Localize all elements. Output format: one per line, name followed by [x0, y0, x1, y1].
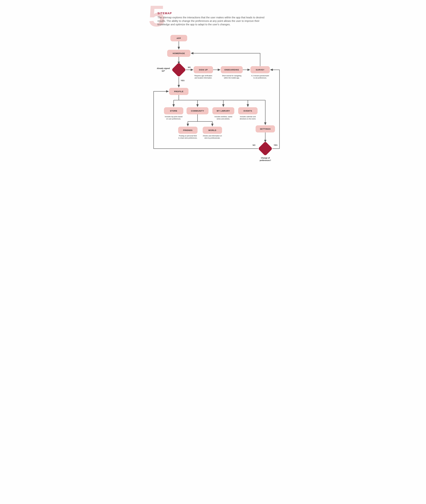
node-survey: SURVEY — [250, 66, 270, 73]
node-friends: FRIENDS — [178, 127, 198, 134]
caption-events: Includes calendar and directions to the … — [238, 116, 257, 120]
decision-change-pref-label: Change of preferences? — [257, 157, 273, 162]
edge-yes-2: YES — [274, 144, 277, 146]
node-onboarding: ONBOARDING — [221, 66, 243, 73]
node-mylibrary: MY LIBRARY — [212, 107, 234, 114]
caption-signup: Requires age verification and location i… — [194, 75, 213, 79]
node-events: EVENTS — [238, 107, 257, 114]
node-world: WORLD — [203, 127, 222, 134]
caption-store: Includes top picks based on user prefere… — [164, 116, 183, 120]
caption-onboarding: Short tutorial for navigating within the… — [222, 75, 242, 79]
edge-no-2: NO — [253, 144, 256, 146]
node-community: COMMUNITY — [186, 107, 208, 114]
section-title: SITEMAP — [157, 12, 270, 15]
caption-mylibrary: Includes wishlists, saved wines and arti… — [214, 116, 233, 120]
node-app: APP — [170, 35, 187, 41]
edge-yes-1: YES — [181, 80, 185, 81]
edge-no-1: NO — [188, 66, 191, 68]
conn-survey-homepage — [191, 53, 260, 66]
node-homepage: HOMEPAGE — [167, 50, 190, 57]
decision-signed-up-label: Already signed up? — [156, 67, 171, 72]
caption-survey: A 2-minute questionnaire to set preferen… — [250, 75, 270, 79]
caption-friends: Posting on personal feed to share wine p… — [178, 135, 198, 139]
conn-decision2-yes-survey — [270, 70, 279, 149]
caption-world: Articles and information on wine by prof… — [203, 135, 222, 139]
node-profile: PROFILE — [169, 88, 188, 95]
node-signup: SIGN UP — [194, 66, 213, 73]
node-settings: SETTINGS — [256, 125, 275, 132]
heading-block: SITEMAP The sitemap explores the interac… — [157, 12, 270, 26]
node-store: STORE — [164, 107, 183, 114]
section-description: The sitemap explores the interactions th… — [157, 16, 270, 26]
